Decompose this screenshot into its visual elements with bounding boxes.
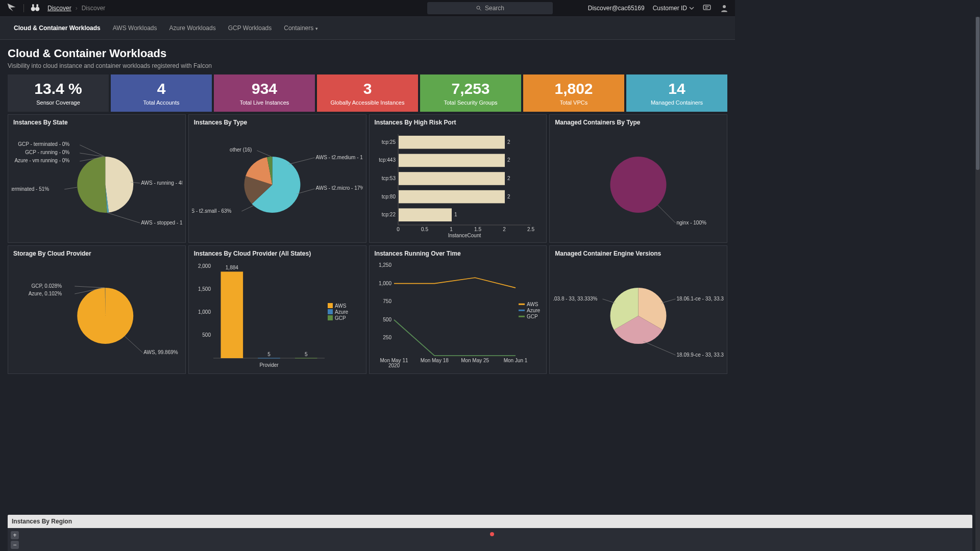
svg-text:Azure: Azure [527, 308, 541, 313]
svg-rect-48 [399, 190, 505, 204]
chart-card-instances-by-type[interactable]: Instances By TypeAWS - t2.small - 63%AWS… [188, 114, 366, 243]
kpi-value: 13.4 % [34, 81, 82, 96]
chevron-down-icon [689, 6, 694, 11]
user-icon[interactable] [720, 4, 729, 13]
svg-line-58 [125, 336, 142, 353]
svg-line-102 [603, 299, 616, 303]
svg-text:nginx - 100%: nginx - 100% [677, 220, 706, 226]
divider [23, 4, 24, 12]
svg-rect-93 [519, 310, 525, 311]
svg-text:1,000: 1,000 [198, 309, 211, 315]
svg-line-15 [64, 187, 77, 189]
chart-card-managed-container-engine-versions[interactable]: Managed Container Engine Versions18.06.1… [549, 245, 727, 374]
svg-text:18.09.9-ce - 33, 33.333%: 18.09.9-ce - 33, 33.333% [677, 352, 724, 358]
kpi-card-1[interactable]: 4 Total Accounts [111, 74, 212, 112]
svg-text:2.5: 2.5 [527, 227, 534, 232]
chart-body: 18.06.1-ce - 33, 33.333%18.09.9-ce - 33,… [553, 261, 724, 370]
svg-text:500: 500 [202, 332, 211, 338]
svg-line-19 [80, 153, 104, 157]
chart-body: AWS - t2.small - 63%AWS - t2.micro - 17%… [192, 130, 363, 239]
svg-text:tcp:80: tcp:80 [381, 194, 396, 199]
chart-card-instances-running-over-time[interactable]: Instances Running Over Time2505007501,00… [369, 245, 547, 374]
svg-line-23 [241, 205, 254, 211]
kpi-card-4[interactable]: 7,253 Total Security Groups [420, 74, 521, 112]
chart-body: 5001,0001,5002,0001,88455ProviderAWSAzur… [192, 261, 363, 370]
svg-text:AWS: AWS [527, 302, 538, 307]
chart-title: Managed Container Engine Versions [550, 246, 727, 261]
chat-icon[interactable] [702, 4, 712, 13]
binoculars-icon[interactable] [30, 3, 40, 14]
svg-text:2: 2 [507, 157, 510, 163]
page-subtitle: Visibility into cloud instance and conta… [8, 62, 727, 69]
kpi-card-0[interactable]: 13.4 % Sensor Coverage [8, 74, 109, 112]
svg-rect-91 [519, 304, 525, 305]
svg-text:AWS - t2.micro - 17%: AWS - t2.micro - 17% [315, 185, 363, 191]
falcon-logo-icon[interactable] [6, 2, 17, 15]
svg-rect-68 [220, 271, 243, 358]
kpi-card-6[interactable]: 14 Managed Containers [626, 74, 727, 112]
svg-text:GCP: GCP [335, 315, 346, 321]
kpi-label: Total Live Instances [240, 99, 289, 106]
svg-rect-75 [328, 303, 333, 308]
svg-rect-3 [37, 4, 38, 7]
svg-text:2: 2 [507, 176, 510, 181]
svg-point-1 [35, 7, 39, 11]
svg-text:GCP, 0.028%: GCP, 0.028% [31, 283, 62, 289]
kpi-value: 7,253 [451, 81, 489, 96]
chart-title: Instances By Type [189, 115, 366, 130]
svg-line-29 [257, 151, 271, 157]
svg-text:19.03.8 - 33, 33.333%: 19.03.8 - 33, 33.333% [553, 296, 598, 302]
svg-text:1,250: 1,250 [378, 262, 391, 268]
nav-tab-1[interactable]: AWS Workloads [107, 17, 163, 39]
svg-rect-79 [328, 315, 333, 320]
account-label[interactable]: Discover@cac65169 [588, 5, 645, 12]
nav-tab-4[interactable]: Containers ▾ [278, 17, 324, 39]
svg-text:2: 2 [507, 194, 510, 199]
svg-text:0: 0 [397, 227, 400, 232]
svg-text:Provider: Provider [259, 362, 279, 368]
svg-text:AWS - terminated - 51%: AWS - terminated - 51% [11, 186, 49, 192]
nav-tab-0[interactable]: Cloud & Container Workloads [8, 17, 107, 39]
svg-text:2020: 2020 [388, 363, 400, 368]
chart-card-instances-by-state[interactable]: Instances By StateAWS - running - 48%AWS… [8, 114, 186, 243]
chart-title: Storage By Cloud Provider [8, 246, 185, 261]
svg-text:250: 250 [383, 335, 391, 340]
nav-tab-2[interactable]: Azure Workloads [163, 17, 222, 39]
chart-card-instances-by-cloud-provider[interactable]: Instances By Cloud Provider (All States)… [188, 245, 366, 374]
svg-text:AWS: AWS [335, 303, 347, 309]
svg-text:5: 5 [305, 352, 308, 357]
svg-point-9 [723, 5, 726, 8]
svg-text:Mon May 25: Mon May 25 [461, 358, 489, 363]
svg-line-13 [107, 213, 140, 223]
svg-text:Azure - vm running - 0%: Azure - vm running - 0% [14, 158, 69, 163]
nav-tab-3[interactable]: GCP Workloads [222, 17, 278, 39]
kpi-value: 934 [252, 81, 277, 96]
svg-text:AWS - t2.medium - 17%: AWS - t2.medium - 17% [315, 155, 363, 160]
chart-body: AWS, 99.869%Azure, 0.102%GCP, 0.028% [11, 261, 182, 370]
breadcrumb: Discover › Discover [47, 5, 105, 12]
svg-point-0 [31, 7, 35, 11]
chart-body: AWS - running - 48%AWS - stopped - 1%AWS… [11, 130, 182, 239]
svg-text:tcp:25: tcp:25 [381, 139, 396, 145]
kpi-card-2[interactable]: 934 Total Live Instances [214, 74, 315, 112]
chart-body: 00.511.522.5InstanceCounttcp:252tcp:4432… [373, 130, 544, 239]
search-input[interactable]: Search [427, 2, 553, 14]
svg-text:1: 1 [450, 227, 453, 232]
customer-id-dropdown[interactable]: Customer ID [653, 5, 694, 12]
svg-text:1: 1 [454, 212, 457, 217]
kpi-card-5[interactable]: 1,802 Total VPCs [523, 74, 624, 112]
svg-text:Mon Jun 1: Mon Jun 1 [503, 358, 527, 363]
svg-text:AWS - t2.small - 63%: AWS - t2.small - 63% [192, 208, 232, 214]
svg-text:5: 5 [267, 352, 271, 357]
chart-card-managed-containers-by-type[interactable]: Managed Containers By Typenginx - 100% [549, 114, 727, 243]
chart-card-storage-by-cloud-provider[interactable]: Storage By Cloud ProviderAWS, 99.869%Azu… [8, 245, 186, 374]
breadcrumb-root[interactable]: Discover [47, 5, 71, 12]
page-title: Cloud & Container Workloads [8, 47, 727, 60]
kpi-card-3[interactable]: 3 Globally Accessible Instances [317, 74, 418, 112]
kpi-label: Sensor Coverage [36, 99, 80, 106]
chart-title: Instances Running Over Time [370, 246, 547, 261]
chart-card-instances-by-high-risk-port[interactable]: Instances By High Risk Port00.511.522.5I… [369, 114, 547, 243]
kpi-row: 13.4 % Sensor Coverage4 Total Accounts93… [0, 74, 735, 114]
svg-rect-42 [399, 154, 505, 167]
svg-text:1.5: 1.5 [474, 227, 481, 232]
